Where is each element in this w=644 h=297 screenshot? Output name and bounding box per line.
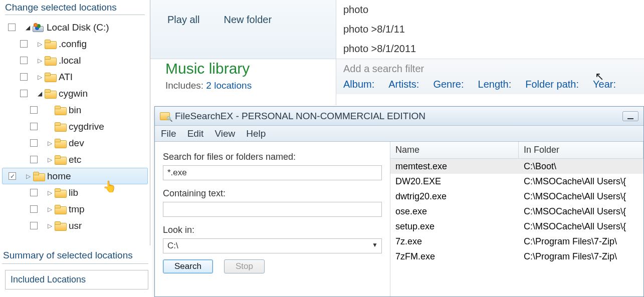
result-name: 7zFM.exe — [390, 251, 519, 262]
filter-link-artists[interactable]: Artists: — [388, 79, 419, 90]
tree-item-tmp[interactable]: ▷tmp — [0, 201, 150, 217]
filesearchex-window: FileSearchEX - PERSONAL NON-COMMERCIAL E… — [154, 106, 644, 297]
window-titlebar[interactable]: FileSearchEX - PERSONAL NON-COMMERCIAL E… — [155, 107, 643, 126]
checkbox[interactable] — [20, 57, 28, 64]
stop-button: Stop — [224, 259, 265, 273]
tree-item-usr[interactable]: ▷usr — [0, 217, 150, 234]
tree-item-local[interactable]: ▷.local — [0, 52, 150, 69]
column-header-name[interactable]: Name — [390, 142, 519, 158]
checkbox[interactable]: ✓ — [9, 172, 16, 180]
play-all-button[interactable]: Play all — [165, 10, 201, 30]
expand-arrow-icon[interactable]: ▷ — [47, 189, 53, 196]
search-button[interactable]: Search — [163, 259, 213, 273]
tree-label: dev — [69, 138, 84, 149]
search-suggestion[interactable]: photo >8/1/11 — [336, 20, 644, 39]
folder-icon — [45, 89, 56, 98]
checkbox[interactable] — [20, 73, 28, 81]
result-row[interactable]: dwtrig20.exeC:\MSOCache\All Users\{ — [390, 189, 643, 204]
new-folder-button[interactable]: New folder — [222, 10, 274, 30]
expand-arrow-icon[interactable]: ▷ — [37, 41, 43, 48]
collapse-arrow-icon[interactable]: ◢ — [37, 90, 43, 97]
includes-link[interactable]: 2 locations — [206, 80, 252, 91]
filter-link-length[interactable]: Length: — [478, 79, 512, 90]
menu-edit[interactable]: Edit — [187, 128, 204, 139]
summary-header: Summary of selected locations — [0, 248, 150, 263]
checkbox[interactable] — [30, 123, 38, 130]
search-suggestion[interactable]: photo — [336, 0, 644, 20]
result-row[interactable]: setup.exeC:\MSOCache\All Users\{ — [390, 219, 643, 234]
result-folder: C:\MSOCache\All Users\{ — [519, 206, 643, 217]
tree-label: bin — [69, 105, 81, 116]
expand-arrow-icon[interactable]: ▷ — [47, 222, 53, 229]
result-row[interactable]: 7zFM.exeC:\Program Files\7-Zip\ — [390, 249, 643, 264]
tree-header: Change selected locations — [0, 0, 150, 14]
result-name: ose.exe — [390, 206, 519, 217]
folder-icon — [55, 106, 66, 115]
tree-label: etc — [69, 154, 81, 165]
tree-item-cygwin[interactable]: ◢cygwin — [0, 85, 150, 102]
expand-arrow-icon[interactable]: ▷ — [47, 140, 53, 147]
tree-label: lib — [69, 187, 78, 198]
result-row[interactable]: DW20.EXEC:\MSOCache\All Users\{ — [390, 174, 643, 189]
filter-link-album[interactable]: Album: — [343, 79, 374, 90]
tree-item-etc[interactable]: ▷etc — [0, 151, 150, 168]
checkbox[interactable] — [30, 106, 38, 114]
checkbox[interactable] — [8, 24, 16, 31]
tree-label: ATI — [59, 72, 73, 83]
tree-item-lib[interactable]: ▷lib — [0, 184, 150, 201]
tree-item-dev[interactable]: ▷dev — [0, 135, 150, 151]
look-in-combo[interactable] — [163, 238, 382, 253]
checkbox[interactable] — [20, 90, 28, 97]
window-title: FileSearchEX - PERSONAL NON-COMMERCIAL E… — [175, 111, 622, 122]
expand-arrow-icon[interactable]: ◢ — [25, 24, 31, 31]
expand-arrow-icon[interactable]: ▷ — [47, 156, 53, 163]
label-search-for: Search for files or folders named: — [163, 152, 382, 162]
menu-file[interactable]: File — [161, 128, 176, 139]
expand-arrow-icon[interactable]: ▷ — [37, 74, 43, 81]
checkbox[interactable] — [30, 205, 38, 213]
tree-item-config[interactable]: ▷.config — [0, 36, 150, 52]
result-row[interactable]: ose.exeC:\MSOCache\All Users\{ — [390, 204, 643, 219]
search-suggestion[interactable]: photo >8/1/2011 — [336, 39, 644, 59]
filter-link-folderpath[interactable]: Folder path: — [525, 79, 579, 90]
tree-item-home[interactable]: ✓▷home — [2, 168, 148, 184]
checkbox[interactable] — [30, 156, 38, 163]
result-folder: C:\Program Files\7-Zip\ — [519, 236, 643, 247]
tree: ◢ Local Disk (C:) ▷.config▷.local▷ATI◢cy… — [0, 14, 150, 234]
tree-label: cygwin — [59, 88, 88, 99]
result-name: 7z.exe — [390, 236, 519, 247]
filter-link-genre[interactable]: Genre: — [433, 79, 464, 90]
tree-item-cygdrive[interactable]: cygdrive — [0, 118, 150, 135]
checkbox[interactable] — [30, 222, 38, 229]
expand-arrow-icon[interactable]: ▷ — [47, 206, 53, 213]
library-heading-block: Music library Includes: 2 locations — [165, 60, 252, 91]
minimize-button[interactable] — [622, 111, 638, 121]
checkbox[interactable] — [30, 189, 38, 196]
tree-label: home — [47, 171, 71, 182]
menu-view[interactable]: View — [214, 128, 235, 139]
expand-arrow-icon[interactable]: ▷ — [37, 57, 43, 64]
search-suggestions-panel: photophoto >8/1/11photo >8/1/2011 Add a … — [336, 0, 644, 105]
tree-item-bin[interactable]: bin — [0, 102, 150, 118]
folder-icon — [45, 56, 56, 65]
result-row[interactable]: 7z.exeC:\Program Files\7-Zip\ — [390, 234, 643, 249]
checkbox[interactable] — [30, 139, 38, 147]
tree-item-ati[interactable]: ▷ATI — [0, 69, 150, 85]
menu-help[interactable]: Help — [246, 128, 266, 139]
folder-icon — [33, 172, 44, 181]
result-folder: C:\MSOCache\All Users\{ — [519, 221, 643, 232]
checkbox[interactable] — [20, 40, 28, 48]
search-form: Search for files or folders named: Conta… — [155, 142, 390, 296]
result-row[interactable]: memtest.exeC:\Boot\ — [390, 159, 643, 174]
expand-arrow-icon[interactable]: ▷ — [25, 173, 31, 180]
search-pattern-input[interactable] — [163, 165, 382, 180]
tree-label: .local — [59, 55, 81, 66]
tree-label: .config — [59, 39, 87, 50]
results-grid: Name In Folder memtest.exeC:\Boot\DW20.E… — [390, 142, 643, 296]
column-header-folder[interactable]: In Folder — [519, 142, 643, 158]
includes-label: Includes: — [165, 80, 203, 91]
containing-text-input[interactable] — [163, 202, 382, 217]
tree-root[interactable]: ◢ Local Disk (C:) — [0, 19, 150, 36]
dropdown-caret-icon[interactable]: ▼ — [372, 241, 378, 248]
included-locations-box: Included Locations — [5, 270, 148, 289]
